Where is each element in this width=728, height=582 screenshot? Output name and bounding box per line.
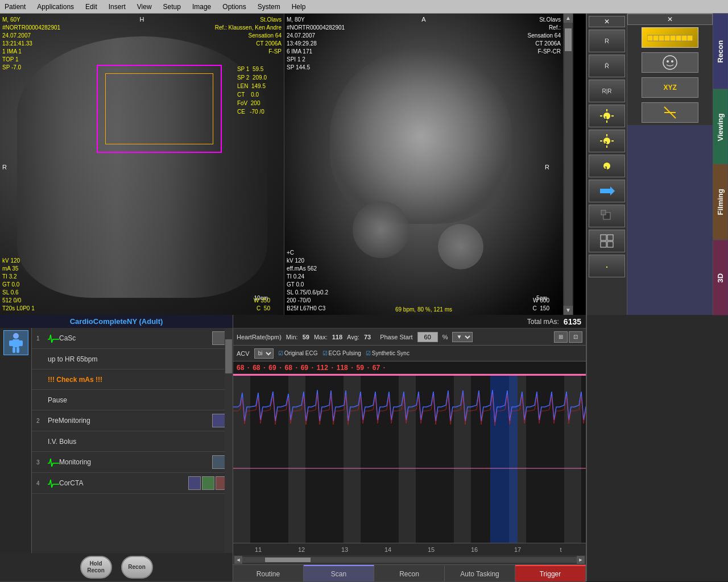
acv-select[interactable]: bi (254, 348, 274, 359)
tab-recon[interactable]: Recon (374, 565, 445, 581)
ecg-waveform[interactable] (233, 376, 586, 543)
tool-rr[interactable]: R|R (589, 80, 625, 102)
scroll-up-arrow[interactable]: ▲ (564, 14, 573, 23)
xyz-icon[interactable]: XYZ (642, 77, 698, 98)
avg-value: 73 (364, 334, 371, 340)
protocol-list-scrollbar[interactable] (225, 328, 233, 553)
svg-rect-27 (607, 242, 613, 247)
menu-image[interactable]: Image (190, 2, 213, 12)
tool-dot[interactable]: · (589, 255, 625, 277)
sidebar-section-viewing[interactable]: Viewing (713, 89, 728, 165)
svg-rect-4 (13, 347, 15, 353)
scroll-h-thumb[interactable] (265, 558, 311, 562)
menu-patient[interactable]: Patient (2, 2, 28, 12)
sidebar-section-filming[interactable]: Filming (713, 164, 728, 240)
tab-auto-tasking[interactable]: Auto Tasking (445, 565, 515, 581)
tab-routine[interactable]: Routine (233, 565, 304, 581)
sidebar-section-recon[interactable]: Recon (713, 14, 728, 89)
protocol-item-hr[interactable]: up to HR 65bpm (32, 349, 233, 369)
protocol-item-casc[interactable]: 1 CaSc (32, 328, 233, 349)
tool-brightness-3[interactable]: 3 (589, 155, 625, 177)
scissors-icon[interactable] (642, 102, 698, 123)
localizer-view[interactable]: H St.Olavs Ref.: Klaussen, Ken Andre Sen… (0, 14, 284, 315)
acv-label: ACV (237, 350, 250, 357)
original-ecg-checkbox[interactable]: Original ECG (278, 350, 318, 356)
tool-nav-1[interactable] (589, 180, 625, 202)
menu-applications[interactable]: Applications (35, 2, 76, 12)
sidebar-section-3d[interactable]: 3D (713, 240, 728, 315)
hold-recon-button[interactable]: HoldRecon (80, 556, 112, 579)
protocol-item-checkmAs[interactable]: !!! Check mAs !!! (32, 369, 233, 390)
menu-setup[interactable]: Setup (161, 2, 183, 12)
scroll-down-arrow[interactable]: ▼ (564, 306, 573, 315)
bpm-dot-4: • (312, 365, 313, 370)
bpm-3: 68 (285, 364, 292, 372)
svg-rect-1 (13, 339, 19, 347)
ecg-pulsing-checkbox[interactable]: ECG Pulsing (322, 350, 361, 356)
svg-rect-20 (600, 189, 610, 193)
ruler-icon-area (627, 25, 713, 50)
tool-grid[interactable] (589, 230, 625, 252)
ct-area: A St.Olavs Ref.: Sensation 64 CT 2006A F… (284, 14, 586, 315)
timeline-12: 12 (280, 546, 323, 553)
scroll-track[interactable] (564, 23, 572, 306)
tool-brightness-1[interactable]: 1 (589, 105, 625, 127)
tool-brightness-2[interactable]: 2 (589, 130, 625, 152)
menu-insert[interactable]: Insert (106, 2, 128, 12)
protocol-item-premonitoring[interactable]: 2 PreMonitoring (32, 410, 233, 431)
tab-trigger[interactable]: Trigger (515, 565, 586, 581)
tool-nav-2[interactable] (589, 205, 625, 227)
ecg-btn-1[interactable]: ⊞ (554, 331, 568, 343)
recon-button[interactable]: Recon (121, 556, 153, 579)
scroll-right-arrow[interactable]: ► (577, 556, 585, 564)
ecg-panel: Total mAs: 6135 HeartRate(bpm) Min: 59 M… (233, 315, 586, 581)
protocol-item-ivbolus[interactable]: I.V. Bolus (32, 431, 233, 452)
protocol-label-pause: Pause (48, 396, 228, 404)
menu-options[interactable]: Options (220, 2, 248, 12)
ct-date: 24.07.2007 (287, 32, 345, 40)
synthetic-sync-checkbox[interactable]: Synthetic Sync (366, 350, 410, 356)
bpm-dot-3: • (296, 365, 297, 370)
menu-help[interactable]: Help (289, 2, 308, 12)
ct-time: 13:49:29.28 (287, 40, 345, 48)
ruler-icon[interactable] (642, 27, 698, 48)
ecg-scrollbar-horizontal[interactable]: ◄ ► (233, 555, 586, 564)
ct-patient-id: #NORTR00004282901 (287, 24, 345, 32)
tool-r2[interactable]: Ř (589, 55, 625, 77)
ct-orientation-label-a: A (421, 16, 425, 23)
localizer-bottom-left-info: kV 120mA 35TI 3.2GT 0.0SL 0.6512 0/0T20s… (2, 257, 35, 313)
ecg-wave-icon-3 (48, 456, 59, 468)
corcta-thumb-2 (202, 476, 214, 490)
tool-r1[interactable]: R (589, 30, 625, 52)
tab-scan[interactable]: Scan (304, 565, 374, 581)
ct-view[interactable]: A St.Olavs Ref.: Sensation 64 CT 2006A F… (284, 14, 563, 315)
phase-select[interactable]: ▼ (452, 332, 473, 342)
protocol-item-pause[interactable]: Pause (32, 390, 233, 410)
menu-view[interactable]: View (135, 2, 154, 12)
protocol-scroll-thumb[interactable] (225, 339, 232, 373)
localizer-sp: SP -7.0 (2, 64, 60, 72)
close-btn-top[interactable]: ✕ (589, 16, 625, 27)
bpm-8: 67 (373, 364, 380, 372)
scroll-thumb[interactable] (565, 28, 572, 51)
bpm-dot-0: • (247, 365, 249, 370)
ecg-btn-2[interactable]: ⊡ (569, 331, 582, 343)
timeline-16: 16 (453, 546, 496, 553)
protocol-thumbs-corcta (188, 476, 228, 490)
menu-edit[interactable]: Edit (83, 2, 100, 12)
scissors-icon-area (627, 100, 713, 125)
svg-marker-21 (610, 186, 615, 196)
svg-text:2: 2 (605, 140, 607, 146)
scroll-left-arrow[interactable]: ◄ (234, 556, 242, 564)
protocol-buttons: HoldRecon Recon (0, 553, 233, 581)
svg-rect-2 (9, 340, 13, 346)
ct-scrollbar[interactable]: ▲ ▼ (563, 14, 573, 315)
phase-input[interactable] (417, 332, 438, 342)
ct-bottom-left-info: +CkV 120eff.mAs 562TI 0.24GT 0.0SL 0.75/… (287, 249, 328, 313)
menu-system[interactable]: System (255, 2, 283, 12)
close-btn-right[interactable]: ✕ (627, 14, 713, 25)
protocol-item-corcta[interactable]: 4 CorCTA (32, 473, 233, 494)
scroll-h-track[interactable] (242, 557, 577, 563)
protocol-item-monitoring[interactable]: 3 Monitoring (32, 452, 233, 473)
face-icon[interactable] (642, 52, 698, 73)
